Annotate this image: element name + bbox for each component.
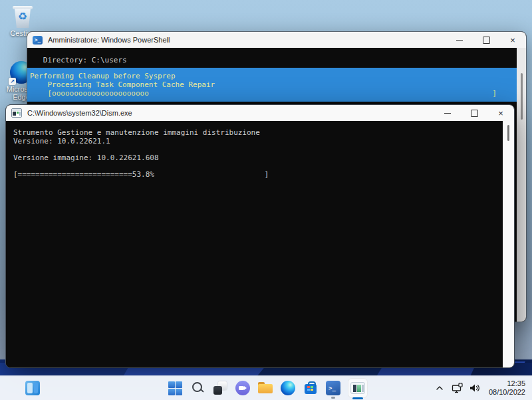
console-blank-line — [6, 162, 514, 171]
minimize-icon — [456, 40, 463, 41]
tray-clock[interactable]: 12:35 08/10/2022 — [489, 379, 528, 397]
network-icon — [452, 383, 464, 393]
windows-logo-icon — [168, 381, 182, 395]
maximize-button[interactable] — [461, 105, 487, 121]
maximize-icon — [483, 37, 490, 44]
minimize-icon — [444, 113, 451, 114]
recycle-symbol-icon: ♻ — [11, 10, 34, 23]
start-button[interactable] — [166, 376, 184, 400]
progress-activity-text: Performing Cleanup before Sysprep — [27, 72, 517, 80]
progress-bar-text: [oooooooooooooooooooooo ] — [27, 89, 517, 98]
powershell-icon: >_ — [33, 36, 43, 45]
scrollbar-thumb[interactable] — [507, 125, 509, 141]
running-indicator — [331, 397, 335, 399]
store-icon — [304, 381, 317, 395]
close-button[interactable]: × — [487, 105, 514, 121]
speaker-icon — [469, 383, 481, 393]
powershell-icon: >_ — [326, 381, 340, 395]
active-indicator — [352, 397, 363, 399]
edge-taskbar-button[interactable] — [279, 376, 297, 400]
console-line: Versione immagine: 10.0.22621.608 — [6, 154, 514, 163]
search-button[interactable] — [189, 376, 206, 400]
powershell-titlebar[interactable]: >_ Amministratore: Windows PowerShell × — [27, 32, 526, 48]
file-explorer-button[interactable] — [257, 376, 274, 400]
powershell-window-title: Amministratore: Windows PowerShell — [48, 36, 170, 44]
dism-window-title: C:\Windows\system32\Dism.exe — [27, 109, 132, 117]
task-view-icon — [213, 381, 227, 395]
folder-icon — [258, 382, 273, 394]
close-button[interactable]: × — [499, 32, 526, 48]
chevron-up-icon — [436, 384, 444, 392]
dism-console: Strumento Gestione e manutenzione immagi… — [6, 121, 514, 367]
console-window-icon — [350, 382, 365, 394]
widgets-button[interactable] — [20, 376, 45, 400]
powershell-scrollbar[interactable] — [517, 48, 526, 322]
shortcut-arrow-icon: ↗ — [9, 78, 16, 85]
dism-progress-bar: [==========================53.8% ] — [6, 171, 514, 179]
chat-button[interactable] — [234, 376, 251, 400]
clock-time: 12:35 — [489, 379, 525, 388]
store-button[interactable] — [302, 376, 319, 400]
powershell-taskbar-button[interactable]: >_ — [325, 376, 342, 400]
search-icon — [191, 381, 204, 395]
dism-titlebar[interactable]: C:\Windows\system32\Dism.exe × — [6, 105, 514, 121]
maximize-icon — [471, 110, 478, 117]
chat-icon — [235, 381, 250, 395]
desktop-screen: ♻ Cestino ↗ Microsoft Edge >_ Amministra… — [0, 0, 532, 400]
clock-date: 08/10/2022 — [489, 388, 525, 397]
taskbar: >_ — [0, 375, 532, 400]
widgets-icon — [25, 381, 40, 395]
console-line: Versione: 10.0.22621.1 — [6, 138, 514, 146]
edge-icon — [281, 381, 295, 395]
network-tray-button[interactable] — [450, 376, 465, 400]
console-line: Directory: C:\users — [27, 56, 526, 64]
close-icon: × — [510, 36, 515, 45]
maximize-button[interactable] — [473, 32, 499, 48]
volume-tray-button[interactable] — [468, 376, 483, 400]
task-view-button[interactable] — [211, 376, 229, 400]
taskbar-center-group: >_ — [166, 376, 368, 400]
minimize-button[interactable] — [434, 105, 461, 121]
dism-scrollbar[interactable] — [503, 121, 514, 367]
scrollbar-thumb[interactable] — [521, 73, 523, 120]
system-tray: 12:35 08/10/2022 — [432, 376, 528, 400]
dism-window[interactable]: C:\Windows\system32\Dism.exe × Strumento… — [5, 104, 515, 368]
powershell-progress-banner: Performing Cleanup before Sysprep Proces… — [27, 68, 517, 102]
progress-status-text: Processing Task Component Cache Repair — [27, 80, 517, 89]
console-blank-line — [6, 146, 514, 154]
console-app-icon — [11, 108, 22, 118]
console-taskbar-button-active[interactable] — [347, 376, 368, 400]
close-icon: × — [498, 109, 503, 118]
tray-chevron-button[interactable] — [432, 376, 447, 400]
console-line: Strumento Gestione e manutenzione immagi… — [6, 129, 514, 138]
recycle-bin-icon: ♻ — [11, 4, 34, 28]
minimize-button[interactable] — [446, 32, 473, 48]
